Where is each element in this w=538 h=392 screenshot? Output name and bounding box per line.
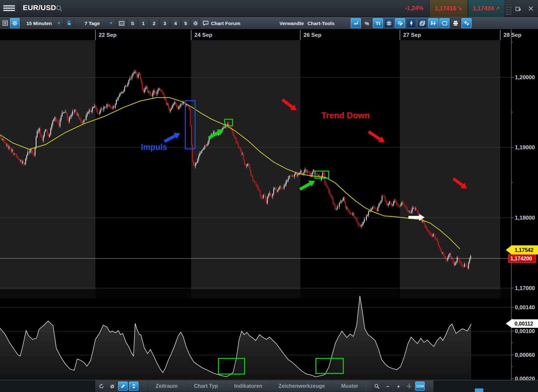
speed-button-2[interactable]: 2	[149, 18, 159, 28]
text-annotation-button[interactable]: Tt	[373, 18, 383, 28]
impuls-label: Impuls	[141, 142, 167, 152]
speed-button-s[interactable]: S	[127, 18, 138, 28]
tab-chart-typ[interactable]: Chart Typ	[186, 380, 226, 392]
chart-canvas[interactable]: 22 Sep24 Sep26 Sep27 Sep28 Sep 1,200001,…	[0, 29, 538, 392]
svg-text:28 Sep: 28 Sep	[503, 32, 521, 38]
interval-value: 15 Minuten	[23, 21, 55, 26]
close-button[interactable]: ×	[526, 4, 535, 13]
tab-zeichenwerkzeuge[interactable]: Zeichenwerkzeuge	[270, 380, 333, 392]
lock-icon	[67, 21, 72, 26]
chevron-down-icon: ▼	[57, 21, 61, 25]
svg-text:27 Sep: 27 Sep	[403, 32, 421, 38]
speed-button-5[interactable]: 5	[181, 18, 190, 28]
compare-candles-icon	[431, 21, 436, 26]
compare-button[interactable]	[428, 18, 438, 28]
comment-icon	[203, 21, 209, 26]
refresh-icon	[99, 384, 104, 389]
svg-text:1,17000: 1,17000	[515, 285, 535, 291]
chevron-down-icon: ▼	[109, 21, 113, 25]
svg-text:1,20000: 1,20000	[515, 74, 535, 80]
playback-settings-button[interactable]	[191, 18, 200, 28]
minus-icon: −	[386, 384, 389, 389]
gears-edit-icon	[464, 21, 469, 26]
verwandte-button[interactable]: Verwandte	[279, 18, 304, 28]
chart-forum-label: Chart Forum	[211, 21, 240, 26]
svg-text:0,00112: 0,00112	[515, 321, 533, 327]
svg-text:24 Sep: 24 Sep	[194, 32, 212, 38]
layout-windows-button[interactable]	[417, 18, 427, 28]
interval-dropdown[interactable]: 15 Minuten ▼	[20, 18, 64, 28]
sort-order-button[interactable]	[129, 382, 138, 391]
bottom-right-accent	[475, 388, 483, 392]
svg-text:1,17542: 1,17542	[515, 247, 533, 253]
trend-down-label: Trend Down	[321, 110, 370, 120]
svg-text:0,00100: 0,00100	[515, 328, 535, 334]
refresh-button[interactable]	[97, 382, 106, 391]
pencil-icon	[121, 384, 125, 388]
percent-icon: %	[365, 21, 369, 26]
bottom-toolbar: Ø Zeitraum Chart Typ Indikatoren Zeichen…	[95, 380, 434, 392]
svg-text:26 Sep: 26 Sep	[304, 32, 321, 38]
svg-text:22 Sep: 22 Sep	[99, 32, 117, 38]
chart-forum-button[interactable]: Chart Forum	[203, 18, 240, 28]
news-icon	[3, 21, 8, 26]
search-icon[interactable]	[56, 5, 63, 12]
change-percent: -1,24%	[405, 5, 423, 12]
return-arrow-icon	[353, 21, 359, 25]
divider	[18, 0, 19, 17]
speed-button-3[interactable]: 3	[160, 18, 170, 28]
sell-price-button[interactable]: 1,17416 ↘	[429, 0, 467, 17]
empty-set-icon: Ø	[110, 384, 114, 389]
menu-icon[interactable]	[3, 4, 15, 13]
undo-button[interactable]	[351, 18, 361, 28]
text-tool-icon: Tt	[375, 21, 380, 26]
magnifier-icon	[375, 384, 379, 389]
svg-text:0,00140: 0,00140	[515, 304, 535, 311]
printer-icon	[453, 21, 458, 26]
draw-mode-button[interactable]	[118, 382, 128, 391]
chart-settings-button[interactable]	[10, 18, 20, 28]
drag-grip[interactable]	[505, 2, 512, 15]
buy-price: 1,17424	[473, 5, 494, 12]
speed-button-4[interactable]: 4	[170, 18, 181, 28]
range-value: 7 Tage	[77, 21, 107, 26]
price-down-icon: ↘	[457, 5, 462, 12]
tab-zeitraum[interactable]: Zeitraum	[148, 380, 186, 392]
news-button[interactable]	[1, 18, 9, 28]
bottom-tabs: Zeitraum Chart Typ Indikatoren Zeichenwe…	[148, 380, 366, 392]
chart-type-candle-button[interactable]	[406, 18, 416, 28]
tool-settings-button[interactable]	[461, 18, 472, 28]
gear-icon	[193, 21, 198, 26]
restore-window-button[interactable]	[514, 4, 523, 13]
callout-icon	[442, 21, 447, 25]
clear-drawings-button[interactable]: Ø	[107, 382, 117, 391]
calendar-button[interactable]	[117, 18, 127, 28]
zoom-out-button[interactable]: −	[383, 382, 392, 391]
zoom-in-button[interactable]: +	[394, 382, 403, 391]
tab-indikatoren[interactable]: Indikatoren	[226, 380, 270, 392]
speed-button-1[interactable]: 1	[138, 18, 149, 28]
svg-text:1,19000: 1,19000	[515, 144, 535, 151]
numbers-overlay-button[interactable]: 1234	[415, 382, 425, 391]
gear-icon	[12, 21, 18, 26]
instrument-title: EUR/USD	[23, 4, 56, 12]
buy-price-button[interactable]: 1,17424 ↗	[468, 0, 504, 17]
zoom-button[interactable]	[372, 382, 382, 391]
svg-text:1,174200: 1,174200	[510, 256, 532, 261]
candlestick-icon	[409, 21, 413, 26]
grid-button[interactable]	[384, 18, 394, 28]
price-label-tool-button[interactable]	[439, 18, 449, 28]
range-dropdown[interactable]: 7 Tage ▼	[74, 18, 116, 28]
chart-toolbar: 15 Minuten ▼ 7 Tage ▼ S 1 2 3	[0, 17, 538, 29]
lock-interval-button[interactable]	[64, 18, 74, 28]
percent-scale-button[interactable]: %	[362, 18, 372, 28]
print-button[interactable]	[450, 18, 460, 28]
grid-pencil-icon	[398, 21, 403, 26]
tab-muster[interactable]: Muster	[333, 380, 366, 392]
svg-text:0,00060: 0,00060	[515, 352, 535, 358]
grid-icon	[387, 21, 391, 26]
close-icon: ×	[528, 4, 534, 13]
crosshair-button[interactable]	[404, 382, 414, 391]
up-down-arrows-icon	[132, 384, 136, 388]
grid-draw-button[interactable]	[395, 18, 405, 28]
